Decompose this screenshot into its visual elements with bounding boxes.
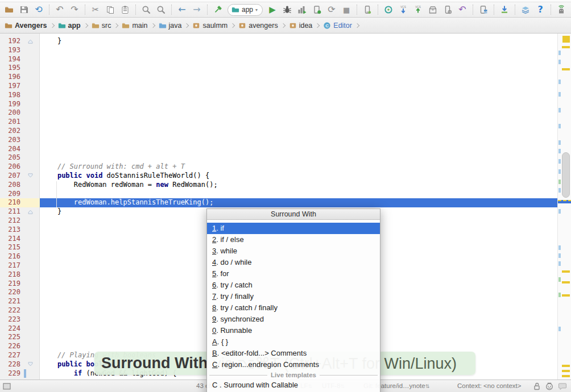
- forward-button[interactable]: →: [190, 3, 204, 16]
- find-button[interactable]: [139, 3, 153, 16]
- popup-item-do-while[interactable]: 4. do / while: [207, 257, 380, 268]
- notifications-icon[interactable]: [558, 382, 567, 391]
- fold-marker-icon[interactable]: [27, 173, 34, 179]
- stripe-mark-warn[interactable]: [562, 294, 570, 297]
- open-button[interactable]: [2, 3, 16, 16]
- stop-button[interactable]: ■: [340, 3, 353, 16]
- back-button[interactable]: ←: [175, 3, 189, 16]
- stripe-mark-change[interactable]: [558, 327, 561, 331]
- inspection-profile-icon[interactable]: [545, 382, 554, 391]
- selected-line[interactable]: redWoman.helpStannisTheTrueKing();: [40, 198, 557, 207]
- stripe-mark-green[interactable]: [558, 293, 561, 297]
- stripe-mark-change[interactable]: [558, 124, 561, 128]
- stripe-mark-warn[interactable]: [562, 375, 570, 377]
- stripe-mark-warn[interactable]: [562, 270, 570, 273]
- breadcrumb-item-idea[interactable]: idea: [288, 22, 314, 30]
- toggle-toolwindows-icon[interactable]: [2, 382, 11, 391]
- undo-button[interactable]: ↶: [53, 3, 67, 16]
- stripe-mark-change[interactable]: [558, 188, 561, 193]
- attach-debugger-button[interactable]: [310, 3, 324, 16]
- stripe-mark-sel[interactable]: [558, 200, 571, 203]
- editor-gutter[interactable]: 1921931941951961971981992002012022032042…: [0, 34, 40, 380]
- stripe-mark-change[interactable]: [558, 245, 561, 250]
- popup-item-try-catch[interactable]: 6. try / catch: [207, 280, 380, 291]
- error-stripe[interactable]: [557, 34, 571, 380]
- stripe-mark-warn[interactable]: [562, 281, 570, 283]
- stripe-mark-change[interactable]: [558, 92, 561, 97]
- popup-item-for[interactable]: 5. for: [207, 268, 380, 280]
- popup-item-while[interactable]: 3. while: [207, 245, 380, 257]
- stripe-mark-green[interactable]: [558, 180, 561, 184]
- stripe-mark-change[interactable]: [558, 108, 561, 112]
- stripe-mark-change[interactable]: [558, 60, 561, 64]
- gradle-sync-button[interactable]: [382, 3, 395, 16]
- project-structure-button[interactable]: [477, 3, 490, 16]
- avd-manager-button[interactable]: [361, 3, 374, 16]
- run-button[interactable]: ▶: [266, 3, 279, 16]
- device-monitor-button[interactable]: [441, 3, 454, 16]
- paste-button[interactable]: [118, 3, 132, 16]
- sdk-manager-button[interactable]: [498, 3, 511, 16]
- breadcrumb-item-java[interactable]: java: [158, 22, 183, 30]
- debug-button[interactable]: [280, 3, 294, 16]
- stripe-mark-change[interactable]: [558, 159, 561, 164]
- breadcrumb-item-avengers[interactable]: avengers: [237, 22, 279, 30]
- lock-icon[interactable]: [532, 382, 541, 391]
- sync-button[interactable]: ⟲: [32, 3, 45, 16]
- save-button[interactable]: [17, 3, 31, 16]
- breadcrumb-item-saulmm[interactable]: saulmm: [191, 22, 229, 30]
- stripe-mark-change[interactable]: [558, 209, 561, 214]
- popup-item-runnable[interactable]: 0. Runnable: [207, 325, 380, 336]
- popup-item-synchronized[interactable]: 9. synchronized: [207, 314, 380, 325]
- popup-item-region-endregion-comments[interactable]: C. region...endregion Comments: [207, 359, 380, 370]
- breadcrumb-item-main[interactable]: main: [121, 22, 148, 30]
- stripe-mark-change[interactable]: [558, 261, 561, 266]
- breadcrumb-item-src[interactable]: src: [90, 22, 113, 30]
- editor-scrollbar[interactable]: [562, 152, 570, 198]
- stripe-mark-green[interactable]: [558, 277, 561, 282]
- build-button[interactable]: [211, 3, 225, 16]
- vcs-update-button[interactable]: [396, 3, 410, 16]
- fold-marker-icon[interactable]: [27, 38, 34, 44]
- stripe-mark-change[interactable]: [558, 51, 561, 55]
- line-number: 222: [0, 306, 20, 315]
- theme-editor-button[interactable]: [519, 3, 532, 16]
- breadcrumb-item-app[interactable]: app: [57, 22, 82, 30]
- stripe-mark-warn[interactable]: [562, 46, 570, 48]
- breadcrumb-item-avengers[interactable]: Avengers: [3, 22, 48, 30]
- gradle-sync-icon: [384, 5, 393, 14]
- popup-item-if-else[interactable]: 2. if / else: [207, 234, 380, 245]
- popup-item-if[interactable]: 1. if: [207, 223, 380, 234]
- stripe-mark-warn[interactable]: [562, 68, 570, 70]
- profiler-button[interactable]: [295, 3, 309, 16]
- stripe-mark-warn[interactable]: [562, 365, 570, 367]
- fold-marker-icon[interactable]: [27, 361, 34, 368]
- stripe-mark-change[interactable]: [558, 149, 561, 153]
- popup-item-try-catch-finally[interactable]: 8. try / catch / finally: [207, 302, 380, 314]
- surround-with-popup[interactable]: Surround With 1. if2. if / else3. while4…: [206, 208, 380, 392]
- redo-button[interactable]: ↷: [68, 3, 81, 16]
- stripe-mark-top[interactable]: [562, 36, 570, 43]
- stripe-mark-change[interactable]: [558, 169, 561, 174]
- show-changes-button[interactable]: [426, 3, 440, 16]
- rerun-button[interactable]: ⟳: [325, 3, 338, 16]
- help-button[interactable]: ?: [533, 3, 547, 16]
- popup-item-surround-with-callable[interactable]: C . Surround with Callable: [207, 380, 380, 391]
- stripe-mark-change[interactable]: [558, 80, 561, 84]
- popup-item-try-finally[interactable]: 7. try / finally: [207, 291, 380, 302]
- breadcrumb-label: saulmm: [202, 22, 227, 30]
- popup-item-editor-fold-comments[interactable]: B. <editor-fold...> Comments: [207, 348, 380, 359]
- cut-button[interactable]: ✂: [89, 3, 102, 16]
- replace-button[interactable]: [154, 3, 168, 16]
- stripe-mark-change[interactable]: [558, 253, 561, 258]
- android-connect-button[interactable]: [555, 3, 568, 16]
- popup-item-[interactable]: A. { }: [207, 336, 380, 348]
- stripe-mark-change[interactable]: [558, 140, 561, 145]
- copy-button[interactable]: [104, 3, 117, 16]
- run-config-selector[interactable]: app▾: [227, 4, 263, 16]
- stripe-mark-warn[interactable]: [562, 370, 570, 372]
- breadcrumb-item-editor[interactable]: Editor: [322, 22, 353, 30]
- rollback-button[interactable]: ↶: [456, 3, 469, 16]
- vcs-commit-button[interactable]: [411, 3, 425, 16]
- fold-marker-icon[interactable]: [27, 208, 34, 215]
